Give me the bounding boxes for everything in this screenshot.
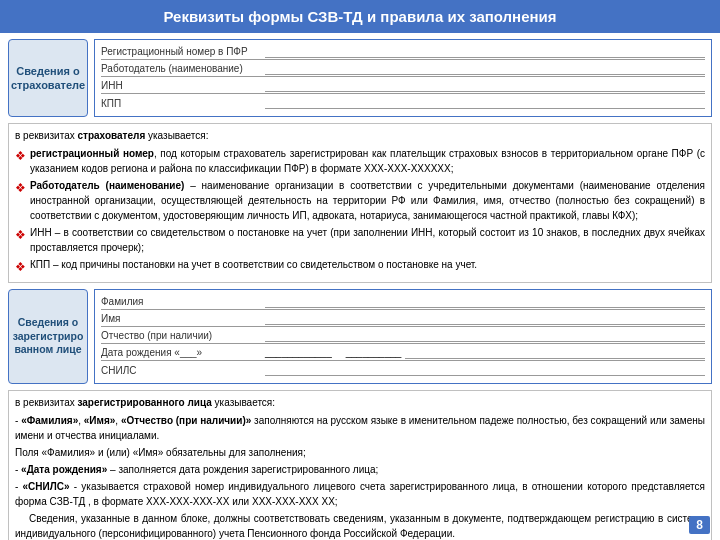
label-inn: ИНН (101, 80, 261, 91)
line-familiya (265, 296, 705, 308)
form-row-reg-num: Регистрационный номер в ПФР (101, 44, 705, 60)
line-employer (265, 63, 705, 75)
form-row-kpp: КПП (101, 95, 705, 111)
bullet-text-2-3: - «Дата рождения» – заполняется дата рож… (15, 462, 705, 477)
bullet-text-2-1: - «Фамилия», «Имя», «Отчество (при налич… (15, 413, 705, 443)
content-area: Сведения о страхователе Регистрационный … (0, 33, 720, 540)
section2-bullets: в реквизитах зарегистрированного лица ук… (8, 390, 712, 540)
section-zaregistrirovannoe: Сведения о зарегистриро ванном лице Фами… (8, 289, 712, 384)
page-title: Реквизиты формы СЗВ-ТД и правила их запо… (163, 8, 556, 25)
bullet2-2: Поля «Фамилия» и (или) «Имя» обязательны… (15, 445, 705, 460)
bullet-text-2-5: Сведения, указанные в данном блоке, долж… (15, 511, 705, 540)
bullet-text-2-2: Поля «Фамилия» и (или) «Имя» обязательны… (15, 445, 705, 460)
bullet-icon-4: ❖ (15, 258, 26, 276)
bullet1-4: ❖ КПП – код причины постановки на учет в… (15, 257, 705, 276)
bullet2-3: - «Дата рождения» – заполняется дата рож… (15, 462, 705, 477)
bullet1-2: ❖ Работодатель (наименование) – наименов… (15, 178, 705, 223)
label-imya: Имя (101, 313, 261, 324)
line-snils (265, 364, 705, 376)
label-snils: СНИЛС (101, 365, 261, 376)
line-dob (405, 347, 705, 359)
label-otchestvo: Отчество (при наличии) (101, 330, 261, 341)
bullet-icon-2: ❖ (15, 179, 26, 223)
form-row-inn: ИНН (101, 78, 705, 94)
section2-label: Сведения о зарегистриро ванном лице (8, 289, 88, 384)
line-reg-num (265, 46, 705, 58)
bullet-icon-1: ❖ (15, 147, 26, 176)
bullet2-1: - «Фамилия», «Имя», «Отчество (при налич… (15, 413, 705, 443)
line-inn (265, 80, 705, 92)
main-wrapper: Сведения о страхователе Регистрационный … (0, 33, 720, 540)
page-header: Реквизиты формы СЗВ-ТД и правила их запо… (0, 0, 720, 33)
line-imya (265, 313, 705, 325)
label-kpp: КПП (101, 98, 261, 109)
form-row-dob: Дата рождения «___» ____________ _______… (101, 345, 705, 361)
bullet-icon-3: ❖ (15, 226, 26, 255)
bullet-text-4: КПП – код причины постановки на учет в с… (30, 257, 705, 276)
bullet-text-2-4: - «СНИЛС» - указывается страховой номер … (15, 479, 705, 509)
dob-line1: ____________ (265, 347, 332, 358)
page-number: 8 (689, 516, 710, 534)
section1-form: Регистрационный номер в ПФР Работодатель… (94, 39, 712, 117)
bullet2-5: Сведения, указанные в данном блоке, долж… (15, 511, 705, 540)
label-dob: Дата рождения «___» (101, 347, 261, 358)
bullet-text-1: регистрационный номер, под которым страх… (30, 146, 705, 176)
dob-line2: __________ (346, 347, 402, 358)
bullet-text-3: ИНН – в соответствии со свидетельством о… (30, 225, 705, 255)
form-row-imya: Имя (101, 311, 705, 327)
section2-form: Фамилия Имя Отчество (при наличии) Дата … (94, 289, 712, 384)
bullet1-1: ❖ регистрационный номер, под которым стр… (15, 146, 705, 176)
label-reg-num: Регистрационный номер в ПФР (101, 46, 261, 57)
bullet1-3: ❖ ИНН – в соответствии со свидетельством… (15, 225, 705, 255)
bullet-text-2: Работодатель (наименование) – наименован… (30, 178, 705, 223)
page: Реквизиты формы СЗВ-ТД и правила их запо… (0, 0, 720, 540)
label-familiya: Фамилия (101, 296, 261, 307)
section2-intro: в реквизитах зарегистрированного лица ук… (15, 395, 705, 410)
form-row-otchestvo: Отчество (при наличии) (101, 328, 705, 344)
line-otchestvo (265, 330, 705, 342)
section1-label: Сведения о страхователе (8, 39, 88, 117)
section1-bullets: в реквизитах страхователя указывается: ❖… (8, 123, 712, 283)
form-row-snils: СНИЛС (101, 362, 705, 378)
form-row-employer: Работодатель (наименование) (101, 61, 705, 77)
line-kpp (265, 97, 705, 109)
form-row-familiya: Фамилия (101, 294, 705, 310)
label-employer: Работодатель (наименование) (101, 63, 261, 74)
section-strahovatel: Сведения о страхователе Регистрационный … (8, 39, 712, 117)
section1-intro: в реквизитах страхователя указывается: (15, 128, 705, 143)
bullet2-4: - «СНИЛС» - указывается страховой номер … (15, 479, 705, 509)
